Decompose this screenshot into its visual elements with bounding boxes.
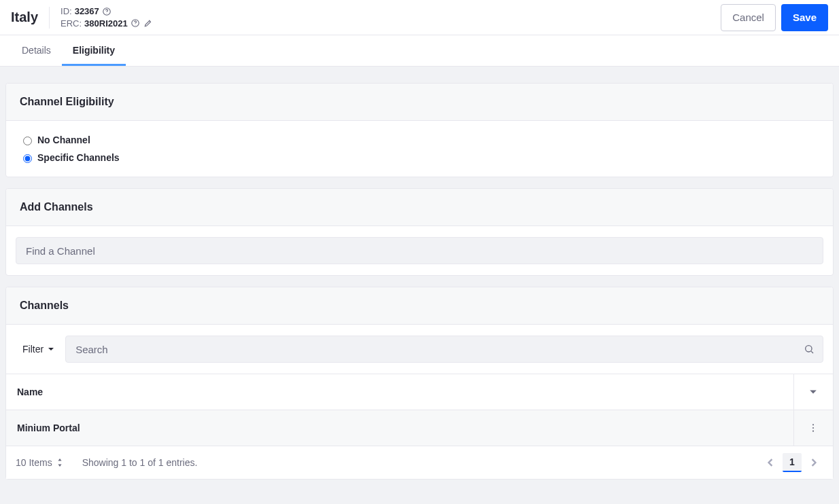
pagination-bar: 10 Items Showing 1 to 1 of 1 entries. 1 (6, 446, 833, 479)
current-page[interactable]: 1 (783, 453, 802, 472)
cell-name: Minium Portal (6, 410, 793, 446)
save-button[interactable]: Save (781, 4, 828, 31)
filter-label: Filter (22, 344, 44, 355)
header-separator (49, 7, 50, 29)
up-down-icon (56, 458, 63, 467)
panel-channel-eligibility: Channel Eligibility No Channel Specific … (5, 83, 834, 177)
panel-add-channels: Add Channels (5, 188, 834, 276)
tab-details[interactable]: Details (11, 35, 62, 66)
svg-point-1 (107, 13, 107, 14)
page-size-label: 10 Items (16, 457, 52, 468)
search-icon[interactable] (804, 344, 815, 355)
tab-eligibility[interactable]: Eligibility (62, 35, 126, 66)
radio-no-channel[interactable] (23, 137, 32, 145)
radio-specific-channels[interactable] (23, 154, 32, 163)
channels-table: Name Minium Portal (6, 374, 833, 446)
radio-no-channel-label[interactable]: No Channel (37, 134, 90, 145)
panel-title: Add Channels (6, 189, 833, 226)
help-icon[interactable] (102, 6, 112, 16)
col-sort[interactable] (793, 374, 833, 410)
header-meta: ID: 32367 ERC: 380RI2021 (61, 5, 156, 29)
search-field[interactable] (65, 336, 823, 363)
svg-point-6 (812, 427, 814, 429)
caret-down-icon (805, 388, 823, 396)
tabs: Details Eligibility (0, 35, 839, 67)
row-actions-button[interactable] (805, 422, 823, 433)
pencil-icon[interactable] (143, 18, 154, 29)
radio-specific-channels-label[interactable]: Specific Channels (37, 152, 120, 163)
page-size-dropdown[interactable]: 10 Items (16, 457, 63, 468)
next-page-button[interactable] (804, 453, 823, 472)
channels-toolbar: Filter (6, 325, 833, 374)
caret-down-icon (48, 344, 54, 355)
svg-point-4 (806, 346, 812, 352)
erc-label: ERC: (61, 18, 82, 30)
filter-button[interactable]: Filter (20, 344, 57, 355)
page-title: Italy (11, 10, 38, 25)
find-channel-field[interactable] (16, 237, 823, 264)
svg-point-3 (135, 25, 136, 26)
header-bar: Italy ID: 32367 ERC: 380RI2021 Cancel Sa… (0, 0, 839, 35)
cancel-button[interactable]: Cancel (721, 4, 776, 31)
svg-point-7 (812, 431, 814, 432)
id-label: ID: (61, 5, 72, 18)
search-input[interactable] (74, 343, 804, 356)
col-name[interactable]: Name (6, 374, 793, 410)
panel-title: Channel Eligibility (6, 84, 833, 121)
id-value: 32367 (75, 5, 99, 18)
erc-value: 380RI2021 (84, 18, 128, 30)
panel-channels: Channels Filter Name (5, 287, 834, 480)
panel-title: Channels (6, 287, 833, 325)
showing-label: Showing 1 to 1 of 1 entries. (82, 457, 198, 468)
table-row[interactable]: Minium Portal (6, 410, 833, 446)
help-icon[interactable] (131, 18, 141, 29)
svg-point-5 (812, 424, 814, 425)
prev-page-button[interactable] (761, 453, 780, 472)
find-channel-input[interactable] (24, 245, 815, 257)
